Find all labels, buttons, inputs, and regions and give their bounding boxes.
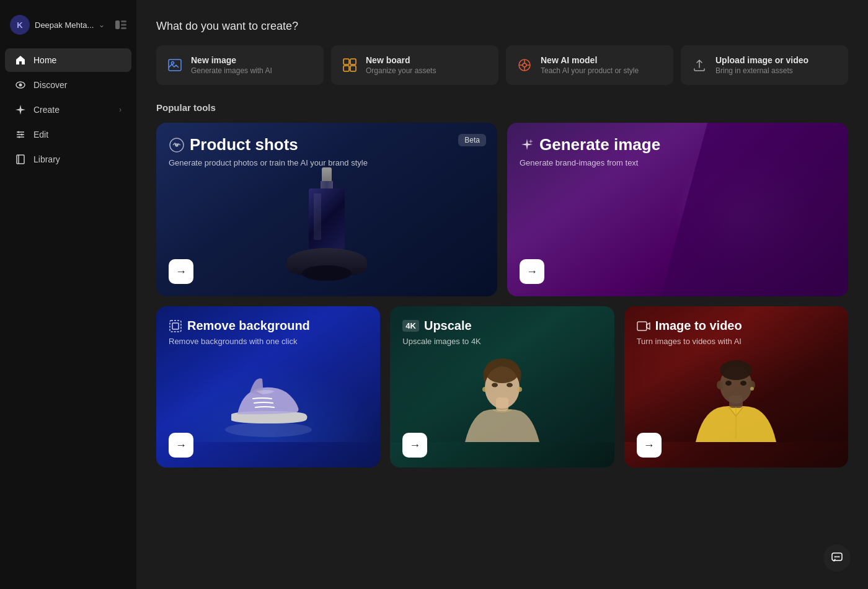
svg-rect-18: [343, 66, 349, 71]
svg-point-37: [492, 383, 498, 388]
svg-point-51: [836, 556, 838, 557]
svg-point-46: [717, 381, 723, 389]
svg-rect-0: [115, 20, 120, 29]
svg-rect-16: [343, 59, 349, 64]
upscale-desc: Upscale images to 4K: [402, 337, 601, 346]
svg-point-15: [172, 62, 174, 64]
create-card-new-image[interactable]: New image Generate images with AI: [156, 45, 324, 85]
sidebar-item-library[interactable]: Library: [5, 148, 131, 171]
image-to-video-title: Image to video: [637, 319, 836, 333]
sidebar-item-home-label: Home: [33, 55, 56, 65]
ai-icon: [516, 56, 533, 74]
new-board-subtitle: Organize your assets: [366, 66, 436, 75]
svg-point-36: [517, 387, 522, 392]
product-shots-desc: Generate product photos or train the AI …: [169, 158, 485, 167]
svg-rect-29: [172, 323, 179, 329]
sidebar-item-home[interactable]: Home: [5, 48, 131, 72]
svg-rect-28: [170, 321, 181, 332]
sidebar-item-edit-label: Edit: [33, 130, 48, 140]
chevron-down-icon: ⌄: [99, 20, 105, 29]
sidebar-item-edit[interactable]: Edit: [5, 123, 131, 146]
upload-subtitle: Bring in external assets: [715, 66, 808, 75]
svg-point-30: [225, 422, 312, 437]
create-card-new-board[interactable]: New board Organize your assets: [331, 45, 498, 85]
layout-toggle-icon[interactable]: [115, 20, 126, 29]
avatar: K: [10, 15, 30, 35]
upscale-title: 4K Upscale: [402, 319, 601, 333]
svg-rect-19: [350, 66, 356, 71]
page-title: What do you want to create?: [156, 20, 848, 33]
new-board-title: New board: [366, 55, 436, 65]
tool-card-generate-image[interactable]: Generate image Generate brand-images fro…: [507, 123, 848, 296]
sidebar-item-discover[interactable]: Discover: [5, 73, 131, 97]
svg-rect-3: [121, 27, 126, 29]
sidebar-item-discover-label: Discover: [33, 80, 67, 90]
image-to-video-arrow-button[interactable]: →: [637, 433, 662, 458]
product-shots-title: Product shots: [169, 135, 485, 154]
new-ai-model-subtitle: Teach AI your product or style: [541, 66, 639, 75]
sidebar-item-create[interactable]: Create ›: [5, 98, 131, 122]
chevron-right-icon: ›: [119, 105, 122, 114]
upload-icon: [691, 56, 708, 74]
svg-point-9: [18, 131, 20, 133]
create-cards-row: New image Generate images with AI New bo…: [156, 45, 848, 85]
svg-rect-12: [17, 155, 24, 164]
remove-bg-desc: Remove backgrounds with one click: [169, 337, 368, 346]
svg-point-38: [507, 383, 513, 388]
upload-title: Upload image or video: [715, 55, 808, 65]
sidebar-item-library-label: Library: [33, 154, 60, 164]
svg-point-11: [19, 136, 20, 138]
image-icon: [166, 56, 184, 74]
tool-card-remove-bg[interactable]: Remove background Remove backgrounds wit…: [156, 306, 380, 467]
svg-rect-39: [637, 322, 647, 330]
board-icon: [341, 56, 358, 74]
main-content: What do you want to create? New image Ge…: [136, 0, 868, 589]
sidebar: K Deepak Mehta... ⌄ Home: [0, 0, 136, 589]
image-to-video-desc: Turn images to videos with AI: [637, 337, 836, 346]
new-image-subtitle: Generate images with AI: [191, 66, 272, 75]
svg-point-21: [523, 63, 526, 67]
tool-card-upscale[interactable]: 4K Upscale Upscale images to 4K: [390, 306, 614, 467]
eye-icon: [15, 79, 26, 91]
generate-image-title: Generate image: [520, 135, 836, 154]
tool-card-image-to-video[interactable]: Image to video Turn images to videos wit…: [624, 306, 848, 467]
sidebar-header: K Deepak Mehta... ⌄: [0, 10, 136, 47]
sparkle-icon: [15, 104, 26, 115]
user-info[interactable]: K Deepak Mehta... ⌄: [10, 15, 105, 35]
tool-card-product-shots[interactable]: Product shots Generate product photos or…: [156, 123, 497, 296]
svg-point-50: [835, 556, 836, 557]
home-icon: [15, 55, 26, 66]
generate-image-arrow-button[interactable]: →: [520, 259, 544, 284]
remove-bg-arrow-button[interactable]: →: [169, 433, 193, 458]
svg-rect-17: [350, 59, 356, 64]
new-ai-model-title: New AI model: [541, 55, 639, 65]
upscale-arrow-button[interactable]: →: [402, 433, 427, 458]
chat-button[interactable]: [823, 544, 851, 572]
generate-image-desc: Generate brand-images from text: [520, 158, 836, 167]
new-image-title: New image: [191, 55, 272, 65]
svg-point-10: [21, 134, 23, 136]
svg-point-52: [838, 556, 839, 557]
product-shots-arrow-button[interactable]: →: [169, 259, 193, 284]
svg-point-48: [750, 387, 754, 391]
book-icon: [15, 154, 26, 165]
svg-point-5: [19, 84, 22, 87]
user-name: Deepak Mehta...: [35, 20, 94, 30]
svg-point-35: [482, 387, 487, 392]
popular-tools-label: Popular tools: [156, 102, 848, 113]
remove-bg-title: Remove background: [169, 319, 368, 333]
svg-point-42: [720, 360, 752, 380]
sidebar-item-create-label: Create: [33, 105, 60, 115]
tools-top-row: Product shots Generate product photos or…: [156, 123, 848, 296]
svg-point-45: [740, 381, 746, 386]
sliders-icon: [15, 129, 26, 140]
sidebar-nav: Home Discover Create ›: [0, 47, 136, 172]
svg-rect-1: [121, 20, 126, 22]
svg-rect-2: [121, 24, 126, 26]
create-card-new-ai-model[interactable]: New AI model Teach AI your product or st…: [506, 45, 673, 85]
create-card-upload[interactable]: Upload image or video Bring in external …: [681, 45, 848, 85]
tools-bottom-row: Remove background Remove backgrounds wit…: [156, 306, 848, 467]
svg-point-44: [725, 381, 732, 386]
beta-badge: Beta: [458, 134, 486, 146]
